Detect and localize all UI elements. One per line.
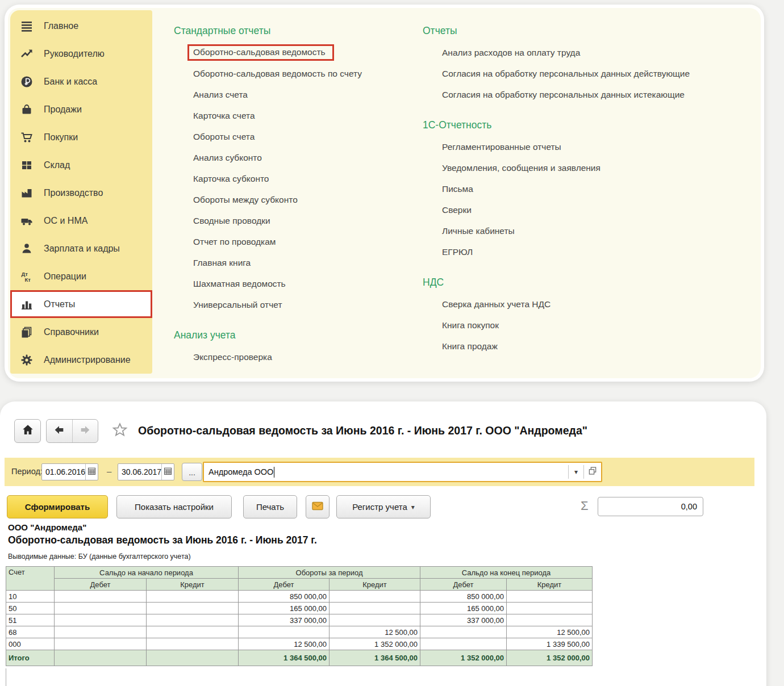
menu-item-sverki[interactable]: Сверки <box>423 199 761 220</box>
period-more-button[interactable]: ... <box>182 463 202 481</box>
menu-item-pisma[interactable]: Письма <box>423 178 761 199</box>
menu-item-express-proverka[interactable]: Экспресс-проверка <box>174 346 424 367</box>
table-cell[interactable]: 850 000,00 <box>420 591 507 603</box>
person-icon <box>19 241 34 256</box>
menu-item-svodnye-provodki[interactable]: Сводные проводки <box>174 210 424 231</box>
column-group-opening-balance: Сальдо на начало периода <box>55 567 239 579</box>
favorite-star-icon[interactable] <box>112 422 128 438</box>
table-cell[interactable]: 165 000,00 <box>420 603 507 614</box>
sidebar-item-sales[interactable]: Продажи <box>10 95 152 123</box>
menu-item-shahmatnaya-vedomost[interactable]: Шахматная ведомость <box>174 273 424 294</box>
table-cell[interactable] <box>507 591 593 603</box>
trend-up-icon <box>19 47 34 61</box>
table-cell[interactable] <box>147 638 239 650</box>
forward-button[interactable] <box>73 420 98 442</box>
menu-item-uvedomleniya[interactable]: Уведомления, сообщения и заявления <box>423 157 761 178</box>
sidebar-item-directories[interactable]: Справочники <box>10 318 152 346</box>
table-cell[interactable] <box>55 638 147 650</box>
menu-item-egryul[interactable]: ЕГРЮЛ <box>423 241 761 262</box>
account-cell[interactable]: 000 <box>6 638 55 650</box>
menu-item-oboroty-scheta[interactable]: Обороты счета <box>174 126 424 147</box>
menu-item-analiz-subkonto[interactable]: Анализ субконто <box>174 147 424 168</box>
sidebar-item-salary[interactable]: Зарплата и кадры <box>10 235 152 262</box>
sidebar-item-manager[interactable]: Руководителю <box>10 40 152 68</box>
sidebar-item-reports[interactable]: Отчеты <box>10 290 152 318</box>
table-cell[interactable] <box>330 603 420 614</box>
sum-input[interactable]: 0,00 <box>598 497 703 516</box>
table-cell[interactable] <box>55 603 147 614</box>
table-cell[interactable] <box>55 591 147 603</box>
menu-item-kartochka-subkonto[interactable]: Карточка субконто <box>174 168 424 189</box>
calendar-button[interactable] <box>161 464 174 480</box>
menu-item-sverka-nds[interactable]: Сверка данных учета НДС <box>423 294 761 315</box>
period-from-input[interactable]: 01.06.2016 <box>42 464 85 480</box>
menu-item-oboroty-mezhdu-subkonto[interactable]: Обороты между субконто <box>174 189 424 210</box>
menu-item-lichnye-kabinety[interactable]: Личные кабинеты <box>423 220 761 241</box>
sidebar-item-bank[interactable]: Банк и касса <box>10 68 152 95</box>
account-cell[interactable]: 50 <box>6 603 55 614</box>
table-cell[interactable] <box>420 626 507 638</box>
calendar-button[interactable] <box>85 464 98 480</box>
menu-item-glavnaya-kniga[interactable]: Главная книга <box>174 252 424 273</box>
generate-button[interactable]: Сформировать <box>7 495 108 518</box>
table-cell[interactable] <box>239 626 330 638</box>
table-cell[interactable]: 1 339 500,00 <box>507 638 593 650</box>
table-cell[interactable]: 337 000,00 <box>420 614 507 626</box>
print-button[interactable]: Печать <box>243 495 297 518</box>
choose-from-list-button[interactable] <box>584 466 601 478</box>
column-header-debit: Дебет <box>420 579 507 591</box>
period-dash: – <box>107 466 111 476</box>
table-cell[interactable]: 12 500,00 <box>239 638 330 650</box>
column-group-closing-balance: Сальдо на конец периода <box>420 567 593 579</box>
table-cell[interactable] <box>507 614 593 626</box>
register-dropdown-button[interactable]: Регистр учета ▾ <box>336 495 431 518</box>
menu-item-osv-po-schetu[interactable]: Оборотно-сальдовая ведомость по счету <box>174 63 424 84</box>
menu-item-analiz-rashodov[interactable]: Анализ расходов на оплату труда <box>423 42 761 63</box>
table-cell[interactable] <box>147 626 239 638</box>
account-cell[interactable]: 51 <box>6 614 55 626</box>
sidebar-item-fixed-assets[interactable]: ОС и НМА <box>10 207 152 235</box>
period-to-input[interactable]: 30.06.2017 <box>118 464 161 480</box>
menu-item-analiz-scheta[interactable]: Анализ счета <box>174 84 424 105</box>
table-cell[interactable]: 165 000,00 <box>239 603 330 614</box>
table-cell[interactable] <box>55 626 147 638</box>
table-cell[interactable]: 1 352 000,00 <box>330 638 420 650</box>
menu-item-osv-highlighted[interactable]: Оборотно-сальдовая ведомость <box>187 44 334 61</box>
sidebar-item-warehouse[interactable]: Склад <box>10 151 152 179</box>
sidebar-item-label: Руководителю <box>44 49 105 59</box>
books-icon <box>19 325 34 339</box>
menu-item-kniga-pokupok[interactable]: Книга покупок <box>423 315 761 336</box>
menu-item-soglasiya-istekayushchie[interactable]: Согласия на обработку персональных данны… <box>423 84 761 105</box>
table-cell[interactable]: 337 000,00 <box>239 614 330 626</box>
menu-item-reglamentirovannye-otchety[interactable]: Регламентированные отчеты <box>423 136 761 157</box>
table-cell[interactable] <box>507 603 593 614</box>
menu-item-kartochka-scheta[interactable]: Карточка счета <box>174 105 424 126</box>
table-cell[interactable]: 850 000,00 <box>239 591 330 603</box>
organization-field[interactable]: Андромеда ООО ▾ <box>203 462 602 482</box>
send-email-button[interactable] <box>306 495 330 518</box>
menu-item-otchet-po-provodkam[interactable]: Отчет по проводкам <box>174 231 424 252</box>
table-cell[interactable] <box>55 614 147 626</box>
sidebar-item-operations[interactable]: ДтКт Операции <box>10 262 152 290</box>
table-cell[interactable] <box>147 591 239 603</box>
sidebar-item-administration[interactable]: Администрирование <box>10 346 152 374</box>
sidebar-item-production[interactable]: Производство <box>10 179 152 207</box>
dropdown-arrow-icon[interactable]: ▾ <box>569 468 583 476</box>
show-settings-button[interactable]: Показать настройки <box>116 495 232 518</box>
account-cell[interactable]: 68 <box>6 626 55 638</box>
table-cell[interactable] <box>420 638 507 650</box>
table-cell[interactable] <box>147 614 239 626</box>
menu-item-kniga-prodazh[interactable]: Книга продаж <box>423 336 761 357</box>
back-button[interactable] <box>47 420 73 442</box>
sidebar-item-main[interactable]: Главное <box>10 12 152 40</box>
menu-item-soglasiya-dejstvuyushchie[interactable]: Согласия на обработку персональных данны… <box>423 63 761 84</box>
table-cell[interactable]: 12 500,00 <box>330 626 420 638</box>
table-cell[interactable] <box>330 591 420 603</box>
menu-item-universalnyj-otchet[interactable]: Универсальный отчет <box>174 294 424 315</box>
account-cell[interactable]: 10 <box>6 591 55 603</box>
table-cell[interactable] <box>147 603 239 614</box>
table-cell[interactable]: 12 500,00 <box>507 626 593 638</box>
table-cell[interactable] <box>330 614 420 626</box>
home-button[interactable] <box>14 419 41 443</box>
sidebar-item-purchases[interactable]: Покупки <box>10 123 152 151</box>
